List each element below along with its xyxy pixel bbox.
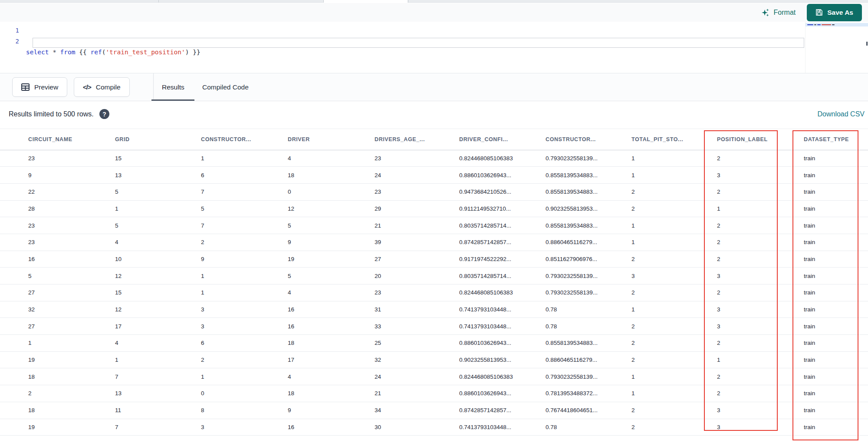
table-cell: 18 <box>288 335 375 352</box>
save-icon <box>815 9 823 16</box>
table-cell: 16 <box>288 318 375 335</box>
minimap-scroll-indicator[interactable] <box>866 42 868 46</box>
minimap-code-mark <box>807 24 813 25</box>
table-cell: 3 <box>717 268 804 284</box>
active-line-highlight[interactable] <box>33 38 804 48</box>
tab-divider <box>158 0 159 3</box>
format-button[interactable]: Format <box>761 8 796 17</box>
row-limit-text: Results limited to 500 rows. <box>9 110 94 118</box>
column-header[interactable]: DRIVERS_AGE_... <box>375 129 459 150</box>
table-cell: train <box>804 419 868 436</box>
table-cell: 3 <box>717 419 804 436</box>
column-header[interactable]: TOTAL_PIT_STO... <box>631 129 717 150</box>
table-row: 271514230.8244680851063830.7930232558139… <box>0 284 868 301</box>
column-header[interactable]: GRID <box>115 129 201 150</box>
table-cell: 0.7930232558139... <box>546 284 631 301</box>
column-header[interactable]: DATASET_TYPE <box>804 129 868 150</box>
table-row: 14618250.8860103626943...0.8558139534883… <box>0 335 868 352</box>
table-body: 231514230.8244680851063830.7930232558139… <box>0 150 868 436</box>
table-cell: 2 <box>631 402 717 419</box>
table-cell: 2 <box>631 419 717 436</box>
line-number: 2 <box>0 36 19 47</box>
help-icon[interactable]: ? <box>99 109 109 119</box>
table-cell: 0.78 <box>546 318 631 335</box>
table-cell: 1 <box>201 268 288 284</box>
table-cell: 24 <box>375 167 459 184</box>
preview-button[interactable]: Preview <box>12 77 67 97</box>
tab-results-label: Results <box>162 83 184 91</box>
table-cell: 0.7930232558139... <box>546 268 631 284</box>
table-cell: 23 <box>375 284 459 301</box>
table-cell: 3 <box>717 301 804 318</box>
table-cell: 0.824468085106383 <box>459 150 546 167</box>
table-cell: 0 <box>201 385 288 402</box>
format-label: Format <box>774 9 796 17</box>
editor-minimap[interactable] <box>805 22 868 73</box>
table-cell: 2 <box>717 368 804 385</box>
table-cell: 2 <box>717 150 804 167</box>
table-cell: 27 <box>375 251 459 268</box>
table-row: 197316300.7413793103448...0.7823train <box>0 419 868 436</box>
table-cell: 32 <box>375 351 459 368</box>
table-row: 3212316310.7413793103448...0.7813train <box>0 301 868 318</box>
download-csv-link[interactable]: Download CSV <box>818 110 865 118</box>
table-cell: 5 <box>115 183 201 200</box>
table-cell: train <box>804 368 868 385</box>
column-header[interactable]: POSITION_LABEL <box>717 129 804 150</box>
table-cell: 12 <box>115 301 201 318</box>
code-line-1[interactable]: select * from {{ ref('train_test_positio… <box>26 47 803 58</box>
column-header[interactable]: CIRCUIT_NAME <box>0 129 115 150</box>
table-cell: 0.8742857142857... <box>459 234 546 251</box>
table-cell: 16 <box>0 251 115 268</box>
table-cell: 6 <box>201 167 288 184</box>
minimap-code-mark <box>832 24 835 25</box>
active-file-tab[interactable] <box>324 0 408 3</box>
save-as-button[interactable]: Save As <box>807 4 862 21</box>
table-cell: 0.8860103626943... <box>459 385 546 402</box>
table-cell: 7 <box>201 183 288 200</box>
compile-label: Compile <box>96 83 121 91</box>
table-cell: 34 <box>375 402 459 419</box>
table-cell: 24 <box>375 368 459 385</box>
table-cell: 0.9171974522292... <box>459 251 546 268</box>
editor-header-bar: Format Save As <box>0 3 868 22</box>
table-cell: 1 <box>631 368 717 385</box>
table-cell: 19 <box>0 419 115 436</box>
tab-results[interactable]: Results <box>162 73 184 101</box>
table-cell: 23 <box>0 217 115 234</box>
table-cell: 0.8558139534883... <box>546 217 631 234</box>
table-cell: 0.8860103626943... <box>459 167 546 184</box>
table-row: 2717316330.7413793103448...0.7823train <box>0 318 868 335</box>
table-cell: 2 <box>631 335 717 352</box>
column-header[interactable]: CONSTRUCTOR... <box>201 129 288 150</box>
table-cell: 27 <box>0 284 115 301</box>
table-cell: 0.824468085106383 <box>459 368 546 385</box>
compile-button[interactable]: </> Compile <box>74 77 130 97</box>
table-cell: train <box>804 200 868 217</box>
column-header[interactable]: CONSTRUCTOR... <box>546 129 631 150</box>
table-cell: 1 <box>631 385 717 402</box>
table-cell: 0.78 <box>546 301 631 318</box>
table-cell: 13 <box>115 167 201 184</box>
table-cell: 18 <box>288 385 375 402</box>
table-cell: 2 <box>717 385 804 402</box>
tab-compiled-code[interactable]: Compiled Code <box>202 73 249 101</box>
table-cell: 5 <box>288 217 375 234</box>
table-cell: 4 <box>288 368 375 385</box>
column-header[interactable]: DRIVER <box>288 129 375 150</box>
table-cell: 4 <box>115 234 201 251</box>
code-token: {{ <box>76 49 91 56</box>
table-cell: train <box>804 150 868 167</box>
table-cell: 3 <box>631 268 717 284</box>
results-toolbar: Preview </> Compile Results Compiled Cod… <box>0 73 868 101</box>
tab-compiled-code-label: Compiled Code <box>202 83 249 91</box>
save-as-label: Save As <box>827 9 853 17</box>
table-cell: 27 <box>0 318 115 335</box>
column-header[interactable]: DRIVER_CONFI... <box>459 129 546 150</box>
table-cell: 3 <box>201 301 288 318</box>
table-cell: train <box>804 167 868 184</box>
table-cell: 28 <box>0 200 115 217</box>
table-row: 913618240.8860103626943...0.855813953488… <box>0 167 868 184</box>
sql-editor[interactable]: 1 2 select * from {{ ref('train_test_pos… <box>0 22 868 73</box>
table-cell: 1 <box>201 150 288 167</box>
